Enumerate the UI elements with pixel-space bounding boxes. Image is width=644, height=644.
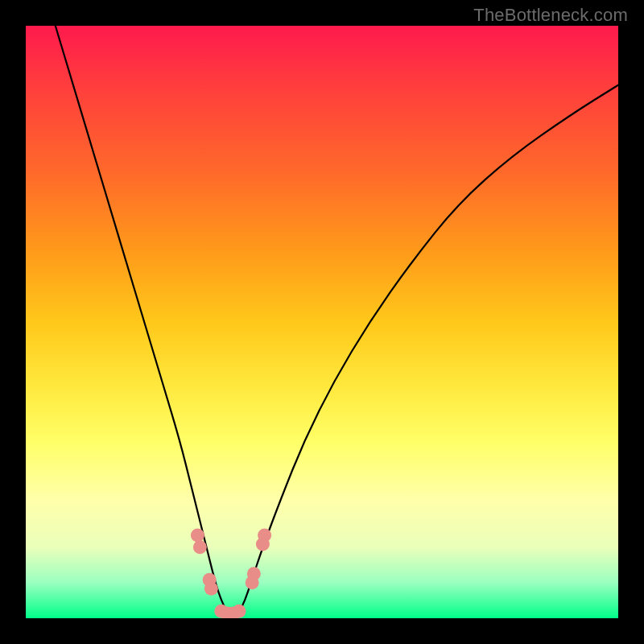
highlight-beads — [191, 528, 271, 618]
bead-marker — [191, 528, 204, 542]
bead-marker — [258, 528, 271, 542]
bead-marker — [232, 605, 246, 618]
watermark-text: TheBottleneck.com — [473, 5, 628, 26]
bead-marker — [247, 567, 261, 580]
curve-layer — [26, 26, 618, 618]
plot-area — [26, 26, 618, 618]
bead-marker — [204, 582, 218, 596]
chart-frame: TheBottleneck.com — [0, 0, 644, 644]
bead-marker — [193, 540, 207, 554]
bottleneck-curve — [56, 26, 618, 617]
